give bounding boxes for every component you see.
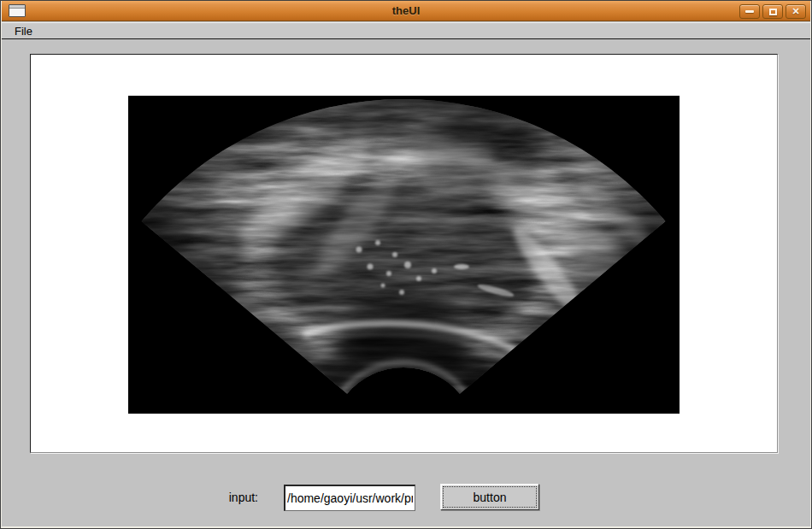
content-area: input: button bbox=[2, 40, 810, 526]
close-icon: ✕ bbox=[791, 7, 799, 16]
menu-file[interactable]: File bbox=[6, 23, 41, 39]
window-title: theUI bbox=[2, 1, 810, 21]
minimize-button[interactable] bbox=[739, 4, 760, 19]
action-button[interactable]: button bbox=[440, 484, 539, 510]
maximize-button[interactable] bbox=[762, 4, 783, 19]
titlebar-buttons: ✕ bbox=[739, 4, 806, 19]
path-input[interactable] bbox=[284, 485, 415, 511]
maximize-icon bbox=[769, 9, 777, 15]
menubar: File bbox=[2, 22, 810, 39]
minimize-icon bbox=[745, 10, 754, 13]
close-button[interactable]: ✕ bbox=[786, 4, 806, 19]
image-panel bbox=[30, 54, 778, 453]
input-label: input: bbox=[198, 491, 258, 504]
ultrasound-fan-graphic bbox=[128, 96, 680, 414]
app-window: theUI ✕ File bbox=[0, 0, 812, 529]
ultrasound-image bbox=[128, 96, 680, 414]
titlebar[interactable]: theUI ✕ bbox=[2, 1, 810, 21]
action-button-label: button bbox=[474, 491, 507, 504]
